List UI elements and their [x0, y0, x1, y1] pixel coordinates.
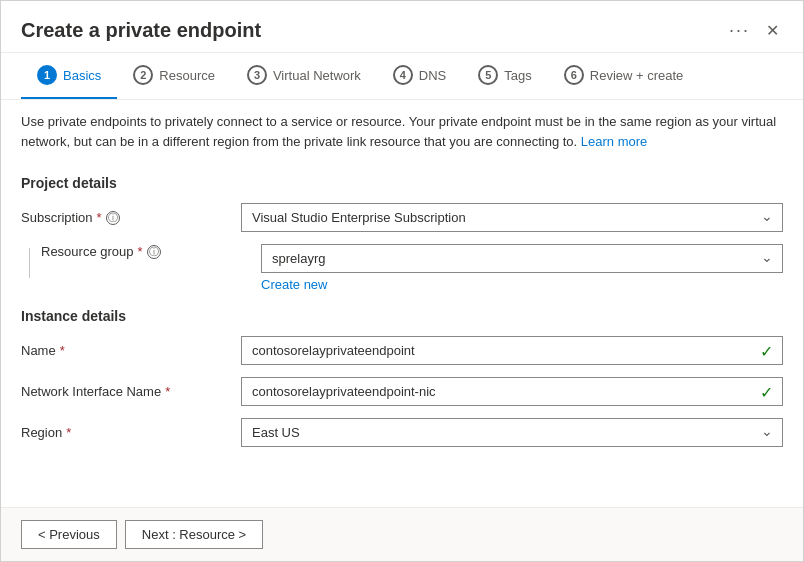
resource-group-dropdown[interactable]: sprelayrg: [261, 244, 783, 273]
tab-dns-number: 4: [393, 65, 413, 85]
close-button[interactable]: ✕: [762, 17, 783, 44]
tab-resource[interactable]: 2Resource: [117, 53, 231, 99]
tab-tags[interactable]: 5Tags: [462, 53, 547, 99]
next-button[interactable]: Next : Resource >: [125, 520, 263, 549]
create-new-link[interactable]: Create new: [261, 277, 783, 292]
tab-basics-label: Basics: [63, 68, 101, 83]
resource-group-control: sprelayrg Create new: [261, 244, 783, 292]
tab-resource-label: Resource: [159, 68, 215, 83]
tab-dns[interactable]: 4DNS: [377, 53, 462, 99]
dialog-title: Create a private endpoint: [21, 19, 261, 42]
name-label: Name *: [21, 343, 241, 358]
tab-review[interactable]: 6Review + create: [548, 53, 700, 99]
instance-details-title: Instance details: [21, 308, 783, 324]
tab-virtual-network-label: Virtual Network: [273, 68, 361, 83]
name-input-wrapper: ✓: [241, 336, 783, 365]
tab-virtual-network-number: 3: [247, 65, 267, 85]
indent-line: [29, 248, 30, 278]
nic-name-required: *: [165, 384, 170, 399]
tabs-bar: 1Basics2Resource3Virtual Network4DNS5Tag…: [1, 53, 803, 100]
info-text: Use private endpoints to privately conne…: [21, 114, 776, 149]
subscription-row: Subscription * ⓘ Visual Studio Enterpris…: [21, 203, 783, 232]
dialog-footer: < Previous Next : Resource >: [1, 507, 803, 561]
create-private-endpoint-dialog: Create a private endpoint ··· ✕ 1Basics2…: [0, 0, 804, 562]
subscription-control: Visual Studio Enterprise Subscription: [241, 203, 783, 232]
nic-name-input[interactable]: [241, 377, 783, 406]
region-dropdown[interactable]: East US: [241, 418, 783, 447]
resource-group-row: Resource group * ⓘ sprelayrg Create new: [21, 244, 783, 292]
dialog-header-actions: ··· ✕: [729, 17, 783, 44]
name-control: ✓: [241, 336, 783, 365]
info-text-block: Use private endpoints to privately conne…: [1, 100, 803, 159]
resource-group-required: *: [138, 244, 143, 259]
region-row: Region * East US: [21, 418, 783, 447]
region-dropdown-wrapper: East US: [241, 418, 783, 447]
tab-basics-number: 1: [37, 65, 57, 85]
name-row: Name * ✓: [21, 336, 783, 365]
nic-name-check-icon: ✓: [760, 382, 773, 401]
name-check-icon: ✓: [760, 341, 773, 360]
tab-review-label: Review + create: [590, 68, 684, 83]
resource-group-label: Resource group * ⓘ: [41, 244, 261, 259]
subscription-required: *: [97, 210, 102, 225]
tab-tags-number: 5: [478, 65, 498, 85]
tab-virtual-network[interactable]: 3Virtual Network: [231, 53, 377, 99]
more-options-icon[interactable]: ···: [729, 20, 750, 41]
tab-basics[interactable]: 1Basics: [21, 53, 117, 99]
subscription-dropdown-wrapper: Visual Studio Enterprise Subscription: [241, 203, 783, 232]
form-content: Project details Subscription * ⓘ Visual …: [1, 159, 803, 507]
nic-name-row: Network Interface Name * ✓: [21, 377, 783, 406]
previous-button[interactable]: < Previous: [21, 520, 117, 549]
tab-dns-label: DNS: [419, 68, 446, 83]
region-label: Region *: [21, 425, 241, 440]
nic-name-input-wrapper: ✓: [241, 377, 783, 406]
subscription-dropdown[interactable]: Visual Studio Enterprise Subscription: [241, 203, 783, 232]
name-required: *: [60, 343, 65, 358]
learn-more-link[interactable]: Learn more: [581, 134, 647, 149]
region-required: *: [66, 425, 71, 440]
subscription-label: Subscription * ⓘ: [21, 210, 241, 225]
resource-group-info-icon[interactable]: ⓘ: [147, 245, 161, 259]
dialog-header: Create a private endpoint ··· ✕: [1, 1, 803, 53]
region-control: East US: [241, 418, 783, 447]
nic-name-label: Network Interface Name *: [21, 384, 241, 399]
nic-name-control: ✓: [241, 377, 783, 406]
tab-tags-label: Tags: [504, 68, 531, 83]
subscription-info-icon[interactable]: ⓘ: [106, 211, 120, 225]
name-input[interactable]: [241, 336, 783, 365]
tab-review-number: 6: [564, 65, 584, 85]
project-details-title: Project details: [21, 175, 783, 191]
resource-group-dropdown-wrapper: sprelayrg: [261, 244, 783, 273]
tab-resource-number: 2: [133, 65, 153, 85]
